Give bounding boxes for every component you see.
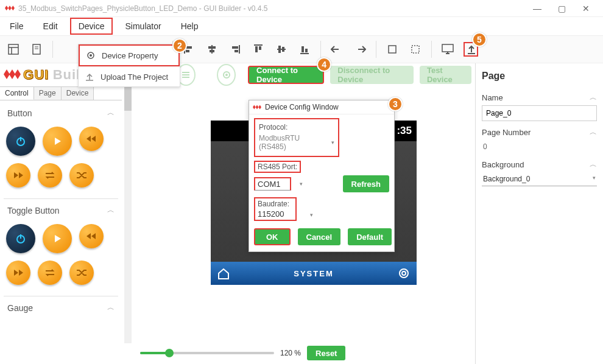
align-bottom-icon[interactable] xyxy=(297,42,312,57)
settings-icon xyxy=(397,267,411,280)
prop-number-header[interactable]: Page Number ︿ xyxy=(482,121,597,140)
svg-point-51 xyxy=(402,271,406,275)
menu-file[interactable]: File xyxy=(2,19,31,33)
gear-round-button[interactable] xyxy=(217,64,236,86)
repeat-button-widget[interactable] xyxy=(38,163,62,187)
test-device-button[interactable]: Test Device xyxy=(420,66,471,84)
chevron-up-icon: ︿ xyxy=(107,108,115,118)
undo-icon[interactable] xyxy=(330,42,344,57)
power-toggle-widget[interactable] xyxy=(6,224,35,253)
chevron-down-icon: ▾ xyxy=(593,175,596,183)
align-top-icon[interactable] xyxy=(251,42,266,57)
titlebar: 35_Modbus_SwitchPages_PhysicleButton_LED… xyxy=(0,0,603,17)
chevron-down-icon: ▾ xyxy=(300,181,303,187)
power-button-widget[interactable] xyxy=(6,127,35,156)
refresh-button[interactable]: Refresh xyxy=(343,175,389,192)
ok-button[interactable]: OK xyxy=(254,228,291,245)
maximize-button[interactable]: ▢ xyxy=(549,4,574,13)
callout-5: 5 xyxy=(472,32,487,47)
vertical-scrollbar[interactable] xyxy=(124,86,132,343)
monitor-icon[interactable] xyxy=(440,42,455,57)
tab-page[interactable]: Page xyxy=(34,87,62,100)
svg-point-49 xyxy=(225,74,228,76)
forward-button-widget[interactable] xyxy=(6,163,30,187)
connect-button[interactable]: Connect to Device 4 xyxy=(248,66,324,84)
background-select[interactable]: Background_0 ▾ xyxy=(482,172,597,186)
window-title: 35_Modbus_SwitchPages_PhysicleButton_LED… xyxy=(18,4,525,13)
align-right-icon[interactable] xyxy=(228,42,242,57)
align-center-h-icon[interactable] xyxy=(205,42,219,57)
zoom-slider[interactable] xyxy=(140,352,274,354)
menu-upload-project[interactable]: Upload The Project xyxy=(79,66,180,86)
upload-icon[interactable]: 5 xyxy=(464,42,478,57)
menu-device[interactable]: Device xyxy=(70,18,113,35)
main: GUI Builder Control Page Device Button ︿… xyxy=(0,63,603,364)
section-button[interactable]: Button ︿ xyxy=(4,103,118,123)
button-grid xyxy=(4,123,118,197)
document-icon[interactable] xyxy=(29,42,44,57)
toolbar-sep xyxy=(320,41,321,58)
callout-3: 3 xyxy=(388,97,403,111)
scroll-thumb[interactable] xyxy=(124,86,132,111)
port-label: RS485 Port: xyxy=(258,163,297,171)
baud-value[interactable]: 115200 xyxy=(258,209,293,219)
svg-rect-16 xyxy=(255,46,258,52)
zoom-reset-button[interactable]: Reset xyxy=(307,346,345,360)
callout-2: 2 xyxy=(172,38,187,53)
modal-body: Protocol: ModbusRTU (RS485)▾ RS485 Port:… xyxy=(249,114,394,251)
default-button[interactable]: Default xyxy=(348,228,392,245)
section-toggle-button[interactable]: Toggle Button ︿ xyxy=(4,200,118,220)
svg-rect-26 xyxy=(442,44,453,52)
tab-control[interactable]: Control xyxy=(0,87,34,100)
properties-panel: Page Name ︿ Page Number ︿ 0 Background ︿… xyxy=(475,63,603,364)
svg-point-50 xyxy=(400,269,408,278)
protocol-select[interactable]: ModbusRTU (RS485)▾ xyxy=(258,133,336,155)
toolbar-sep xyxy=(52,41,53,58)
redo-icon[interactable] xyxy=(353,42,367,57)
disconnect-button[interactable]: Disconnect to Device xyxy=(330,66,414,84)
minimize-button[interactable]: — xyxy=(525,4,549,13)
cancel-button[interactable]: Cancel xyxy=(298,228,341,245)
repeat-toggle-widget[interactable] xyxy=(38,261,62,285)
svg-marker-44 xyxy=(19,270,23,276)
brand-mark-icon xyxy=(4,69,21,80)
layout-icon[interactable] xyxy=(6,42,21,57)
section-gauge[interactable]: Gauge ︿ xyxy=(4,298,118,318)
svg-point-30 xyxy=(90,54,92,57)
rewind-toggle-widget[interactable] xyxy=(79,224,104,248)
svg-marker-37 xyxy=(19,172,23,178)
select-solid-icon[interactable] xyxy=(385,42,400,57)
align-middle-v-icon[interactable] xyxy=(274,42,289,57)
modal-title: Device Config Window xyxy=(265,103,339,111)
section-toggle-label: Toggle Button xyxy=(7,206,60,215)
forward-toggle-widget[interactable] xyxy=(6,261,30,285)
svg-rect-17 xyxy=(259,46,261,50)
page-name-input[interactable] xyxy=(482,105,597,121)
menu-help[interactable]: Help xyxy=(174,19,206,33)
play-button-widget[interactable] xyxy=(43,127,72,156)
upload-project-label: Upload The Project xyxy=(100,72,168,82)
center-column: Connect to Device 4 Disconnect to Device… xyxy=(122,63,475,364)
chevron-up-icon: ︿ xyxy=(590,159,597,170)
port-select[interactable]: COM1 xyxy=(254,177,291,191)
prop-bg-header[interactable]: Background ︿ xyxy=(482,153,597,172)
slider-thumb[interactable] xyxy=(165,349,174,357)
play-toggle-widget[interactable] xyxy=(43,224,72,253)
menu-edit[interactable]: Edit xyxy=(36,19,65,33)
toolbar-sep xyxy=(431,41,432,58)
menu-device-property[interactable]: Device Property 2 xyxy=(79,44,180,66)
rewind-button-widget[interactable] xyxy=(79,127,104,151)
prop-name-header[interactable]: Name ︿ xyxy=(482,86,597,105)
menu-simulator[interactable]: Simulator xyxy=(118,19,168,33)
shuffle-button-widget[interactable] xyxy=(69,163,94,187)
tab-device[interactable]: Device xyxy=(62,87,94,100)
preview-navbar: SYSTEM xyxy=(211,262,417,285)
shuffle-toggle-widget[interactable] xyxy=(69,261,94,285)
svg-marker-33 xyxy=(55,138,61,145)
baud-field: Baudrate: 115200 xyxy=(254,197,297,221)
preview-time: :35 xyxy=(397,125,412,137)
close-button[interactable]: ✕ xyxy=(574,4,598,13)
protocol-field: Protocol: ModbusRTU (RS485)▾ xyxy=(254,118,339,157)
select-dashed-icon[interactable] xyxy=(408,42,423,57)
canvas[interactable]: :35 SYSTEM Device Config Window 3 Prot xyxy=(155,86,475,345)
